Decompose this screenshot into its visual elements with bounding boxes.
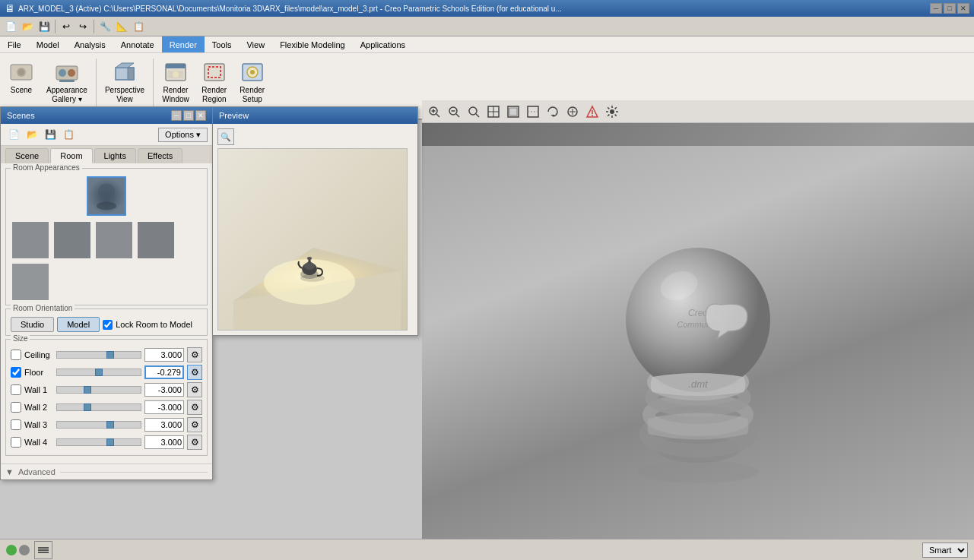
floor-slider[interactable] — [56, 369, 141, 376]
smart-select[interactable]: Smart — [922, 543, 968, 558]
appearance-selected[interactable] — [87, 176, 126, 216]
ceiling-checkbox[interactable] — [11, 350, 21, 360]
wall1-row: Wall 1 ⚙ — [11, 382, 202, 397]
undo-button[interactable]: ↩ — [59, 19, 74, 34]
menu-file[interactable]: File — [0, 36, 29, 52]
wall4-input[interactable] — [144, 435, 184, 449]
view-section-button[interactable] — [524, 103, 542, 121]
maximize-button[interactable]: □ — [944, 3, 956, 14]
zoom-fit-button[interactable] — [465, 103, 483, 121]
ribbon-render-window[interactable]: Render Window — [157, 56, 195, 108]
wall3-input[interactable] — [144, 418, 184, 432]
appearance-item-1[interactable] — [11, 220, 50, 260]
dialog-save-button[interactable]: 💾 — [42, 126, 59, 143]
menu-view[interactable]: View — [239, 36, 272, 52]
menu-analysis[interactable]: Analysis — [67, 36, 113, 52]
open-button[interactable]: 📂 — [20, 19, 35, 34]
view-display-button[interactable] — [504, 103, 522, 121]
redo-button[interactable]: ↪ — [75, 19, 90, 34]
view-orient-button[interactable] — [484, 103, 503, 121]
wall1-settings-button[interactable]: ⚙ — [187, 382, 202, 397]
floor-input[interactable] — [144, 365, 184, 379]
options-dropdown[interactable]: Options ▾ — [158, 128, 208, 142]
wall2-slider[interactable] — [56, 403, 141, 411]
preview-content: 🔍 — [213, 124, 417, 335]
wall1-input[interactable] — [144, 383, 184, 397]
wall2-input[interactable] — [144, 400, 184, 414]
appearance-item-3[interactable] — [94, 220, 134, 260]
model-svg: Creo Community .dmt — [546, 153, 850, 533]
wall3-checkbox[interactable] — [11, 419, 21, 430]
viewport[interactable]: Creo Community .dmt — [422, 123, 974, 539]
ribbon-scene[interactable]: Scene — [3, 56, 40, 99]
wall2-settings-button[interactable]: ⚙ — [187, 400, 202, 415]
appearance-item-5[interactable] — [11, 262, 50, 302]
wall4-label: Wall 4 — [24, 438, 53, 447]
svg-rect-74 — [38, 549, 49, 551]
wall1-checkbox[interactable] — [11, 384, 21, 395]
wall4-slider[interactable] — [56, 438, 141, 446]
svg-rect-23 — [54, 222, 90, 258]
menu-applications[interactable]: Applications — [353, 36, 413, 52]
appearance-item-2[interactable] — [52, 220, 92, 260]
model-button[interactable]: Model — [57, 317, 100, 332]
floor-settings-button[interactable]: ⚙ — [187, 365, 202, 380]
menu-annotate[interactable]: Annotate — [113, 36, 162, 52]
tab-effects[interactable]: Effects — [138, 148, 182, 163]
menu-flexible-modeling[interactable]: Flexible Modeling — [272, 36, 353, 52]
view-analysis-button[interactable] — [583, 103, 601, 121]
preview-zoom-button[interactable]: 🔍 — [217, 128, 234, 145]
floor-checkbox[interactable] — [11, 367, 21, 378]
ribbon-perspective-view[interactable]: Perspective View — [100, 56, 150, 108]
ceiling-slider[interactable] — [56, 351, 141, 359]
new-button[interactable]: 📄 — [3, 19, 18, 34]
studio-button[interactable]: Studio — [11, 317, 54, 332]
tab-lights[interactable]: Lights — [94, 148, 136, 163]
options-label: Options — [165, 130, 194, 139]
ribbon-render-setup[interactable]: Render Setup — [234, 56, 271, 108]
ceiling-input[interactable] — [144, 348, 184, 362]
view-spin-button[interactable] — [544, 103, 562, 121]
ceiling-settings-button[interactable]: ⚙ — [187, 347, 202, 362]
status-center-icon[interactable] — [34, 541, 52, 559]
advanced-separator — [60, 472, 208, 473]
dialog-close-button[interactable]: ✕ — [195, 110, 206, 121]
dialog-new-button[interactable]: 📄 — [5, 126, 22, 143]
minimize-button[interactable]: ─ — [930, 3, 942, 14]
wall3-slider[interactable] — [56, 421, 141, 429]
tab-room[interactable]: Room — [50, 148, 92, 163]
lock-room-checkbox[interactable] — [103, 320, 113, 330]
wall4-settings-button[interactable]: ⚙ — [187, 435, 202, 450]
menu-render[interactable]: Render — [162, 36, 205, 52]
appearance-item-4[interactable] — [136, 220, 176, 260]
wall3-settings-button[interactable]: ⚙ — [187, 417, 202, 432]
dialog-open-button[interactable]: 📂 — [24, 126, 40, 143]
dialog-restore-button[interactable]: □ — [183, 110, 194, 121]
close-button[interactable]: ✕ — [957, 3, 969, 14]
lock-room-checkbox-label[interactable]: Lock Room to Model — [103, 320, 192, 330]
view-extra-button[interactable] — [563, 103, 582, 121]
svg-point-20 — [98, 183, 115, 200]
menu-model[interactable]: Model — [29, 36, 67, 52]
menu-tools[interactable]: Tools — [205, 36, 240, 52]
zoom-out-button[interactable] — [445, 103, 463, 121]
wall4-checkbox[interactable] — [11, 437, 21, 448]
view-settings-button[interactable] — [603, 103, 621, 121]
zoom-in-button[interactable] — [425, 103, 443, 121]
tool1-button[interactable]: 🔧 — [97, 19, 113, 34]
ribbon-render-region[interactable]: Render Region — [196, 56, 233, 108]
tool2-button[interactable]: 📐 — [114, 19, 129, 34]
tab-scene[interactable]: Scene — [5, 148, 49, 163]
dialog-minimize-button[interactable]: ─ — [171, 110, 182, 121]
svg-rect-51 — [528, 106, 538, 117]
svg-point-44 — [469, 107, 477, 115]
ribbon-appearance-gallery[interactable]: Appearance Gallery ▾ — [41, 56, 93, 108]
save-button[interactable]: 💾 — [36, 19, 52, 34]
room-appearances-label: Room Appearances — [11, 163, 82, 172]
advanced-section[interactable]: ▼ Advanced — [1, 464, 212, 479]
dialog-copy-button[interactable]: 📋 — [60, 126, 77, 143]
svg-point-59 — [592, 115, 593, 116]
tool3-button[interactable]: 📋 — [131, 19, 146, 34]
wall1-slider[interactable] — [56, 386, 141, 394]
wall2-checkbox[interactable] — [11, 402, 21, 413]
